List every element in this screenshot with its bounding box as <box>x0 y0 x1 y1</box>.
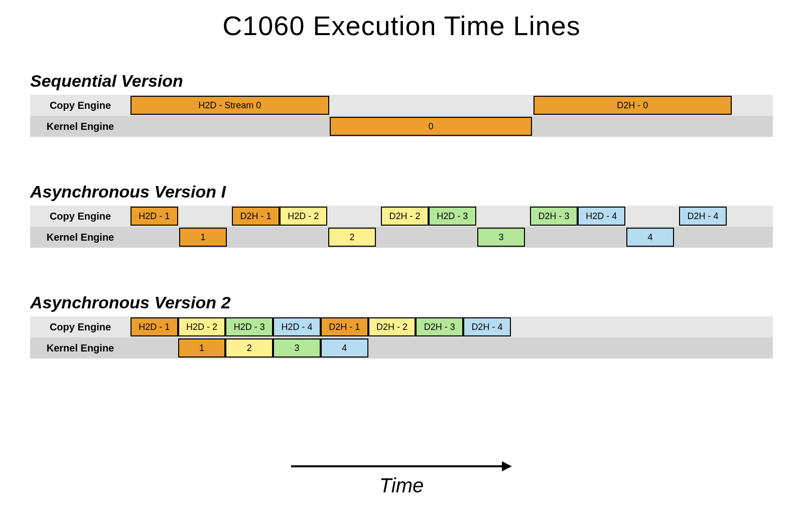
timeline-async2: Copy Engine H2D - 1H2D - 2H2D - 3H2D - 4… <box>30 316 773 359</box>
timeline-block: H2D - 1 <box>130 207 178 226</box>
lane-kernel: Kernel Engine 0 <box>30 116 773 137</box>
lane-copy: Copy Engine H2D - 1D2H - 1H2D - 2D2H - 2… <box>30 206 773 227</box>
lane-track-kernel: 1234 <box>130 227 773 248</box>
timeline-block: D2H - 3 <box>530 207 578 226</box>
timeline-block: D2H - 4 <box>463 317 511 336</box>
timeline-block: 4 <box>626 228 674 247</box>
timeline-block: 4 <box>321 338 368 358</box>
timeline-block: 0 <box>330 117 532 136</box>
timeline-block: D2H - 1 <box>232 207 280 226</box>
section-title-async1: Asynchronous Version I <box>30 182 773 202</box>
timeline-async1: Copy Engine H2D - 1D2H - 1H2D - 2D2H - 2… <box>30 206 773 248</box>
lane-track-kernel: 0 <box>130 116 773 137</box>
timeline-block: H2D - 3 <box>429 207 476 226</box>
timeline-block: D2H - 2 <box>368 317 416 336</box>
timeline-block: 1 <box>179 228 227 247</box>
timeline-block: H2D - 1 <box>130 317 178 336</box>
section-async2: Asynchronous Version 2 Copy Engine H2D -… <box>30 293 773 359</box>
timeline-block: H2D - 3 <box>225 317 273 336</box>
section-async1: Asynchronous Version I Copy Engine H2D -… <box>30 182 773 248</box>
page-title: C1060 Execution Time Lines <box>30 0 773 41</box>
timeline-block: D2H - 3 <box>416 317 463 336</box>
lane-kernel: Kernel Engine 1234 <box>30 227 773 248</box>
timeline-block: 2 <box>328 228 376 247</box>
svg-marker-1 <box>502 461 512 471</box>
section-sequential: Sequential Version Copy Engine H2D - Str… <box>30 71 773 137</box>
timeline-block: H2D - 2 <box>178 317 226 336</box>
timeline-block: 1 <box>178 338 226 358</box>
lane-copy: Copy Engine H2D - 1H2D - 2H2D - 3H2D - 4… <box>30 316 773 337</box>
lane-label-kernel: Kernel Engine <box>30 227 130 248</box>
lane-kernel: Kernel Engine 1234 <box>30 337 773 359</box>
lane-label-copy: Copy Engine <box>30 95 130 116</box>
time-axis: Time <box>0 460 803 497</box>
lane-track-copy: H2D - 1D2H - 1H2D - 2D2H - 2H2D - 3D2H -… <box>130 206 773 227</box>
time-axis-label: Time <box>0 474 803 497</box>
lane-track-copy: H2D - 1H2D - 2H2D - 3H2D - 4D2H - 1D2H -… <box>130 316 773 337</box>
timeline-block: 3 <box>273 338 321 358</box>
timeline-block: H2D - 2 <box>280 207 327 226</box>
lane-label-copy: Copy Engine <box>30 206 130 227</box>
timeline-block: 2 <box>225 338 273 358</box>
timeline-block: D2H - 0 <box>533 96 732 115</box>
lane-track-kernel: 1234 <box>130 337 773 359</box>
lane-copy: Copy Engine H2D - Stream 0D2H - 0 <box>30 95 773 116</box>
timeline-block: H2D - Stream 0 <box>130 96 329 115</box>
arrow-right-icon <box>291 460 512 472</box>
timeline-block: H2D - 4 <box>273 317 321 336</box>
timeline-block: 3 <box>477 228 525 247</box>
timeline-block: H2D - 4 <box>578 207 625 226</box>
lane-label-copy: Copy Engine <box>30 316 130 337</box>
timeline-sequential: Copy Engine H2D - Stream 0D2H - 0 Kernel… <box>30 95 773 137</box>
lane-label-kernel: Kernel Engine <box>30 337 130 359</box>
timeline-block: D2H - 1 <box>321 317 368 336</box>
timeline-block: D2H - 4 <box>679 207 727 226</box>
timeline-block: D2H - 2 <box>381 207 429 226</box>
lane-track-copy: H2D - Stream 0D2H - 0 <box>130 95 773 116</box>
section-title-sequential: Sequential Version <box>30 71 773 91</box>
lane-label-kernel: Kernel Engine <box>30 116 130 137</box>
section-title-async2: Asynchronous Version 2 <box>30 293 773 312</box>
